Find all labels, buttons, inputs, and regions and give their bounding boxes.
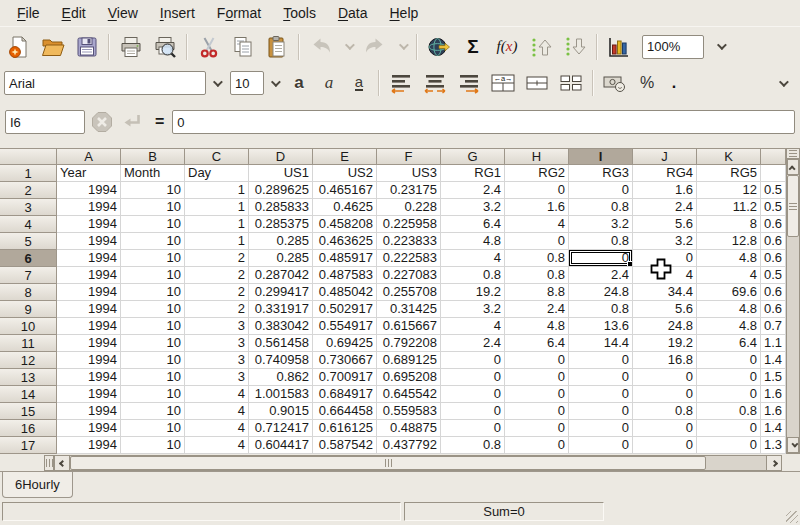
cell[interactable]: 0.8 <box>505 250 569 267</box>
cell[interactable]: 4.8 <box>697 250 761 267</box>
cell[interactable]: US2 <box>313 165 377 182</box>
cell[interactable]: 11.2 <box>697 199 761 216</box>
cell[interactable]: 2.4 <box>633 199 697 216</box>
menu-item-insert[interactable]: Insert <box>149 2 206 24</box>
cell[interactable]: 0.616125 <box>313 420 377 437</box>
cell[interactable]: 10 <box>121 335 185 352</box>
menu-item-view[interactable]: View <box>97 2 149 24</box>
cut-button[interactable] <box>192 31 226 63</box>
cell[interactable]: 1 <box>185 233 249 250</box>
enter-button[interactable] <box>119 109 145 135</box>
italic-button[interactable]: a <box>314 67 344 99</box>
cell[interactable]: 4 <box>505 216 569 233</box>
cell[interactable]: 0.6 <box>761 233 786 250</box>
cell[interactable]: 0.6 <box>761 250 786 267</box>
column-header-C[interactable]: C <box>185 148 249 165</box>
zoom-input[interactable]: 100% <box>642 35 704 59</box>
column-header-E[interactable]: E <box>313 148 377 165</box>
column-header-H[interactable]: H <box>505 148 569 165</box>
format-percent-button[interactable]: % <box>632 67 662 99</box>
horizontal-pane-splitter[interactable] <box>44 455 54 471</box>
column-header-partial[interactable] <box>761 148 786 165</box>
cell[interactable]: 0.587542 <box>313 437 377 454</box>
cell[interactable]: 2.4 <box>441 182 505 199</box>
cell[interactable]: 0.225958 <box>377 216 441 233</box>
cell[interactable]: 0 <box>697 352 761 369</box>
cell[interactable]: 0.8 <box>697 403 761 420</box>
cell[interactable]: 0.8 <box>569 233 633 250</box>
cell[interactable]: RG1 <box>441 165 505 182</box>
cell[interactable]: 0.645542 <box>377 386 441 403</box>
cell[interactable]: 0.615667 <box>377 318 441 335</box>
print-button[interactable] <box>114 31 148 63</box>
bold-button[interactable]: a <box>284 67 314 99</box>
sort-ascending-button[interactable] <box>524 31 558 63</box>
horizontal-scroll-thumb[interactable] <box>70 456 706 470</box>
scroll-down-button[interactable] <box>787 437 799 453</box>
cell[interactable]: 19.2 <box>441 284 505 301</box>
cell[interactable]: 4 <box>441 318 505 335</box>
cell[interactable]: Year <box>57 165 121 182</box>
cell[interactable]: 10 <box>121 437 185 454</box>
cell[interactable]: 6.4 <box>697 335 761 352</box>
cell[interactable]: 3 <box>185 318 249 335</box>
cell[interactable]: 10 <box>121 403 185 420</box>
cell[interactable]: 0.48875 <box>377 420 441 437</box>
print-preview-button[interactable] <box>148 31 182 63</box>
cell[interactable]: 1994 <box>57 216 121 233</box>
cancel-button[interactable] <box>89 109 115 135</box>
save-button[interactable] <box>70 31 104 63</box>
cell[interactable]: 0.862 <box>249 369 313 386</box>
cell[interactable]: 1994 <box>57 267 121 284</box>
cell[interactable]: 0.561458 <box>249 335 313 352</box>
cell[interactable]: 0.7 <box>761 318 786 335</box>
cell[interactable]: Day <box>185 165 249 182</box>
column-header-J[interactable]: J <box>633 148 697 165</box>
cell[interactable]: 0.285 <box>249 233 313 250</box>
column-header-I[interactable]: I <box>569 148 633 165</box>
align-right-button[interactable] <box>452 67 486 99</box>
cell[interactable]: 1994 <box>57 369 121 386</box>
cell[interactable]: 0.9015 <box>249 403 313 420</box>
cell[interactable]: 0.285833 <box>249 199 313 216</box>
cell[interactable]: 0 <box>441 386 505 403</box>
open-button[interactable] <box>36 31 70 63</box>
paste-button[interactable] <box>260 31 294 63</box>
cell[interactable]: 0.285375 <box>249 216 313 233</box>
cell[interactable]: 10 <box>121 199 185 216</box>
scroll-up-button[interactable] <box>787 159 799 175</box>
cell[interactable]: 0.502917 <box>313 301 377 318</box>
cell[interactable]: 0 <box>633 437 697 454</box>
cell[interactable]: 0 <box>441 369 505 386</box>
cell[interactable]: 0.223833 <box>377 233 441 250</box>
equals-button[interactable]: = <box>155 113 164 131</box>
cell[interactable]: 3 <box>185 369 249 386</box>
row-header-16[interactable]: 16 <box>0 420 57 437</box>
column-header-K[interactable]: K <box>697 148 761 165</box>
scroll-right-button[interactable] <box>766 455 782 471</box>
row-header-5[interactable]: 5 <box>0 233 57 250</box>
scroll-left-button[interactable] <box>54 455 70 471</box>
cell[interactable]: 0.23175 <box>377 182 441 199</box>
cell[interactable]: 10 <box>121 352 185 369</box>
cell[interactable]: 1.5 <box>761 369 786 386</box>
cell[interactable]: 0.559583 <box>377 403 441 420</box>
cell[interactable]: 0 <box>569 182 633 199</box>
cell[interactable]: 3 <box>185 352 249 369</box>
cell[interactable]: 0.6 <box>761 301 786 318</box>
row-header-7[interactable]: 7 <box>0 267 57 284</box>
copy-button[interactable] <box>226 31 260 63</box>
undo-menu-button[interactable] <box>338 31 358 63</box>
font-size-input[interactable]: 10 <box>230 71 264 95</box>
cell[interactable]: 4.8 <box>505 318 569 335</box>
row-header-9[interactable]: 9 <box>0 301 57 318</box>
cell[interactable]: 0.5 <box>761 199 786 216</box>
cell[interactable]: 0.5 <box>761 267 786 284</box>
menu-item-help[interactable]: Help <box>378 2 429 24</box>
cell[interactable]: 0.8 <box>633 403 697 420</box>
function-button[interactable]: f(x) <box>490 31 524 63</box>
cell[interactable]: 10 <box>121 250 185 267</box>
cell[interactable]: 0.8 <box>569 199 633 216</box>
cell[interactable]: US1 <box>249 165 313 182</box>
cell[interactable]: 1994 <box>57 199 121 216</box>
